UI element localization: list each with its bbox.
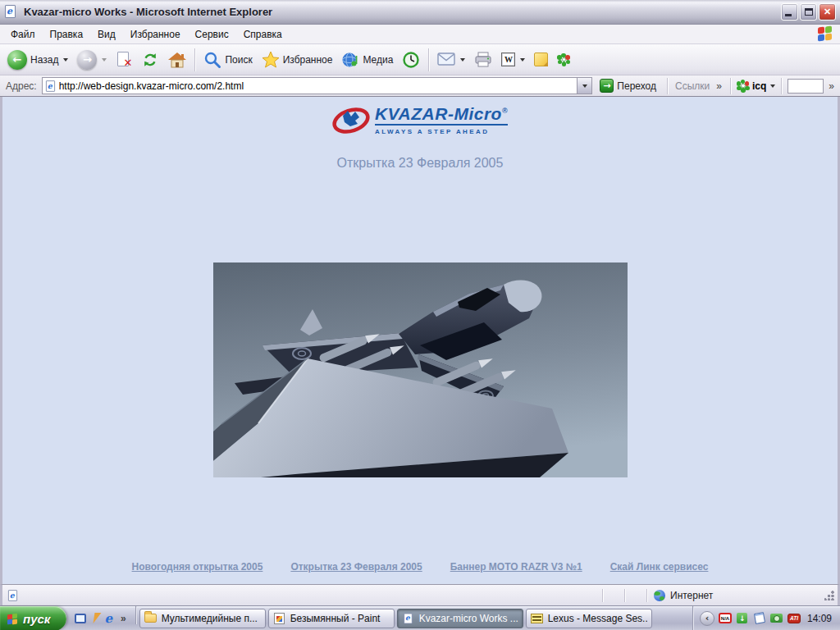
task-lexus-message[interactable]: Lexus - Message Ses... bbox=[526, 609, 652, 628]
status-separator bbox=[646, 589, 647, 602]
stop-button[interactable]: ✕ bbox=[112, 48, 136, 71]
status-main: e bbox=[5, 589, 600, 602]
icq-dropdown-icon[interactable] bbox=[770, 84, 775, 88]
titlebar[interactable]: e Kvazar-micro Works - Microsoft Interne… bbox=[0, 0, 840, 25]
status-separator bbox=[624, 589, 625, 602]
status-bar: e Интернет bbox=[0, 584, 840, 605]
icq-flower-icon bbox=[737, 80, 750, 93]
status-pane bbox=[627, 588, 645, 603]
address-dropdown-button[interactable] bbox=[577, 78, 591, 94]
menu-view[interactable]: Вид bbox=[90, 26, 123, 43]
taskbar-separator bbox=[135, 606, 136, 624]
edit-dropdown-icon[interactable] bbox=[520, 58, 525, 62]
messenger-icon bbox=[534, 52, 548, 66]
task-multimedia-folder[interactable]: Мультимедийные п... bbox=[139, 609, 266, 628]
link-moto-banner[interactable]: Баннер MOTO RAZR V3 №1 bbox=[450, 561, 582, 573]
quick-launch: e » bbox=[66, 606, 135, 630]
notes-tray-icon[interactable] bbox=[753, 612, 766, 625]
standard-toolbar: ← Назад → ✕ bbox=[0, 44, 840, 75]
links-label[interactable]: Ссылки bbox=[673, 80, 711, 92]
print-button[interactable] bbox=[470, 48, 496, 71]
menu-edit[interactable]: Правка bbox=[43, 26, 91, 43]
addressbar-separator bbox=[781, 78, 782, 94]
history-icon bbox=[402, 51, 420, 69]
mail-button[interactable] bbox=[433, 48, 469, 71]
task-paint[interactable]: Безымянный - Paint bbox=[268, 609, 395, 628]
download-tray-icon[interactable]: ↓ bbox=[736, 612, 749, 625]
close-button[interactable]: ✕ bbox=[819, 3, 836, 21]
tray-clock: 14:09 bbox=[805, 613, 832, 624]
address-input[interactable]: e http://web-design.kvazar-micro.com/2.h… bbox=[42, 77, 593, 94]
link-feb23-card[interactable]: Открытка 23 Февраля 2005 bbox=[290, 561, 422, 573]
link-new-year-card[interactable]: Новогодняя открытка 2005 bbox=[132, 561, 263, 573]
folder-icon bbox=[144, 612, 158, 625]
address-url[interactable]: http://web-design.kvazar-micro.com/2.htm… bbox=[59, 80, 574, 92]
icq-flower-icon bbox=[557, 53, 570, 66]
home-icon bbox=[168, 51, 186, 69]
start-flag-icon bbox=[7, 613, 18, 624]
resize-grip[interactable] bbox=[824, 590, 835, 600]
address-label: Адрес: bbox=[3, 80, 39, 92]
menu-bar: Файл Правка Вид Избранное Сервис Справка bbox=[0, 25, 840, 44]
messenger-button[interactable] bbox=[530, 50, 552, 69]
ie-quick-launch-icon[interactable]: e bbox=[104, 613, 112, 624]
stop-icon: ✕ bbox=[116, 51, 132, 69]
forward-button[interactable]: → bbox=[73, 48, 111, 72]
menu-file[interactable]: Файл bbox=[3, 26, 43, 43]
icq-na-tray-icon[interactable]: N/A bbox=[719, 612, 732, 625]
go-button[interactable]: → Переход bbox=[595, 77, 661, 94]
back-icon: ← bbox=[7, 50, 27, 70]
favorites-button[interactable]: Избранное bbox=[258, 48, 337, 71]
windows-flag-icon bbox=[817, 25, 833, 45]
winamp-icon[interactable] bbox=[89, 613, 102, 623]
refresh-icon bbox=[141, 51, 159, 69]
logo-tagline: ALWAYS A STEP AHEAD bbox=[375, 128, 489, 135]
ie-icon: e bbox=[402, 612, 415, 625]
minimize-button[interactable] bbox=[781, 3, 798, 21]
home-button[interactable] bbox=[164, 48, 190, 71]
system-tray: ‹ N/A ↓ ATI 14:09 bbox=[692, 606, 840, 630]
quick-launch-overflow-icon[interactable]: » bbox=[118, 613, 129, 624]
internet-zone-icon bbox=[654, 590, 665, 601]
edit-with-word-button[interactable]: W bbox=[497, 50, 529, 69]
refresh-button[interactable] bbox=[137, 48, 163, 71]
task-kvazar-ie[interactable]: e Kvazar-micro Works ... bbox=[397, 609, 523, 628]
back-label: Назад bbox=[30, 54, 58, 66]
page-content: KVAZAR-Micro® ALWAYS A STEP AHEAD Открыт… bbox=[0, 97, 840, 584]
menu-favorites[interactable]: Избранное bbox=[123, 26, 188, 43]
status-separator bbox=[602, 589, 603, 602]
forward-icon: → bbox=[77, 50, 97, 70]
menu-tools[interactable]: Сервис bbox=[188, 26, 236, 43]
back-dropdown-icon[interactable] bbox=[63, 58, 68, 62]
page-icon: e bbox=[46, 80, 55, 92]
ati-tray-icon[interactable]: ATI bbox=[788, 612, 801, 625]
go-label: Переход bbox=[617, 80, 656, 92]
logo-wordmark: KVAZAR-Micro® bbox=[375, 105, 508, 126]
kvazar-logo[interactable]: KVAZAR-Micro® ALWAYS A STEP AHEAD bbox=[332, 105, 508, 136]
links-overflow-icon[interactable]: » bbox=[714, 80, 724, 92]
camera-tray-icon[interactable] bbox=[770, 612, 783, 625]
postcard-image bbox=[213, 262, 628, 477]
icq-label[interactable]: icq bbox=[752, 80, 766, 92]
browser-window: e Kvazar-micro Works - Microsoft Interne… bbox=[0, 0, 840, 605]
favorites-label: Избранное bbox=[283, 54, 333, 66]
maximize-button[interactable] bbox=[800, 3, 817, 21]
icq-search-input[interactable] bbox=[788, 79, 824, 94]
forward-dropdown-icon[interactable] bbox=[102, 58, 107, 62]
icq-toolbar-button[interactable] bbox=[553, 51, 574, 69]
history-button[interactable] bbox=[398, 48, 424, 71]
quick-launch-app-icon[interactable] bbox=[75, 614, 86, 623]
addressbar-overflow-icon[interactable]: » bbox=[826, 80, 837, 92]
link-sky-link[interactable]: Скай Линк сервисес bbox=[610, 561, 709, 573]
tray-collapse-icon[interactable]: ‹ bbox=[700, 611, 714, 626]
start-button[interactable]: пуск bbox=[0, 606, 66, 630]
star-icon bbox=[262, 51, 280, 69]
window-buttons: ✕ bbox=[781, 3, 836, 21]
menu-help[interactable]: Справка bbox=[236, 26, 290, 43]
mail-dropdown-icon[interactable] bbox=[460, 58, 465, 62]
media-button[interactable]: Медиа bbox=[337, 48, 397, 71]
toolbar-separator bbox=[194, 48, 195, 71]
search-button[interactable]: Поиск bbox=[199, 48, 256, 71]
start-label: пуск bbox=[23, 612, 50, 626]
back-button[interactable]: ← Назад bbox=[3, 48, 72, 72]
